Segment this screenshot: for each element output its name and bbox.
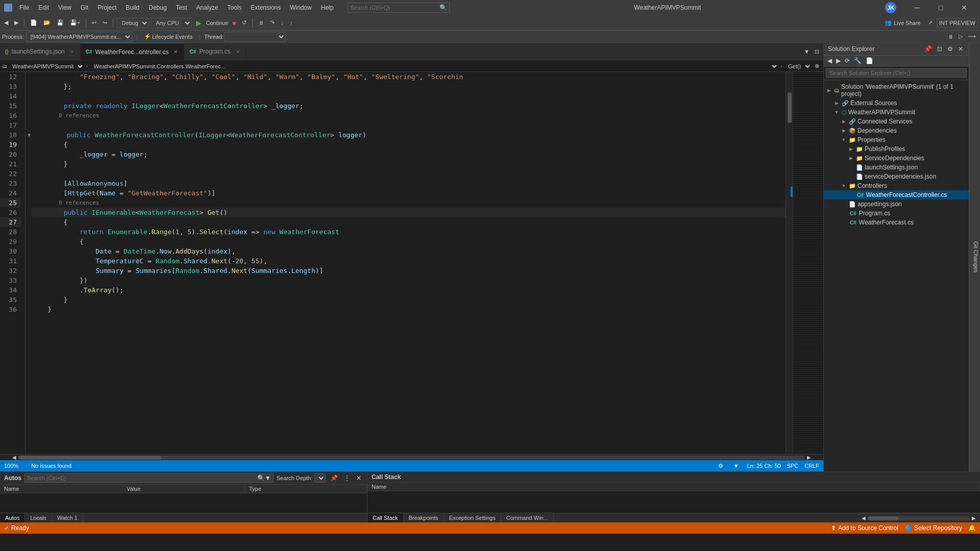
breakpoint-button[interactable]: ⏸ (256, 19, 266, 27)
se-sync-button[interactable]: ⟳ (843, 57, 851, 65)
close-button[interactable]: ✕ (952, 0, 976, 15)
debug-ctrl2-button[interactable]: ▷ (957, 32, 965, 41)
tree-servicedependencies[interactable]: ▶ 📁 ServiceDependencies (824, 154, 969, 163)
tree-project[interactable]: ▼ ⬡ WeatherAPIMVPSummit (824, 108, 969, 117)
user-avatar[interactable]: JK (885, 2, 896, 13)
tree-weatherforecastcontroller[interactable]: C# WeatherForecastController.cs (824, 190, 969, 199)
h-scroll-thumb[interactable] (18, 456, 161, 460)
debug-ctrl3-button[interactable]: ⟶ (966, 32, 978, 41)
se-pin-button[interactable]: 📌 (923, 45, 934, 53)
undo-button[interactable]: ↩ (90, 18, 99, 27)
stop-button[interactable]: ■ (230, 19, 238, 27)
autos-pin-button[interactable]: 📌 (329, 474, 339, 482)
save-button[interactable]: 💾 (55, 18, 66, 27)
redo-button[interactable]: ↪ (101, 18, 109, 27)
tab-list-button[interactable]: ▼ (802, 47, 812, 56)
tree-program-cs[interactable]: C# Program.cs (824, 209, 969, 218)
autos-close-button[interactable]: ✕ (355, 474, 363, 482)
autos-search-dropdown[interactable]: ▼ (265, 474, 271, 482)
cs-tab-breakpoints[interactable]: Breakpoints (404, 513, 444, 522)
tab-launchsettings[interactable]: {} launchSettings.json ✕ (0, 43, 81, 60)
menu-tools[interactable]: Tools (223, 3, 246, 12)
restart-button[interactable]: ↺ (240, 18, 249, 27)
tab-weathercontroller[interactable]: C# WeatherForec...ontroller.cs ✕ (81, 43, 185, 60)
cs-tab-command-window[interactable]: Command Win... (501, 513, 554, 522)
autos-tab-autos[interactable]: Autos (0, 513, 25, 522)
tree-controllers[interactable]: ▼ 📁 Controllers (824, 181, 969, 190)
maximize-button[interactable]: □ (929, 0, 952, 15)
h-scroll-track[interactable] (18, 456, 805, 460)
tree-publishprofiles[interactable]: ▶ 📁 PublishProfiles (824, 144, 969, 154)
autos-search-input[interactable] (27, 475, 257, 481)
zoom-level[interactable]: 100% (4, 463, 18, 469)
scroll-left-button[interactable]: ◀ (10, 455, 18, 460)
send-feedback-button[interactable]: ↗ (926, 18, 935, 27)
cpu-config-dropdown[interactable]: Any CPU (151, 18, 192, 28)
cs-scroll-left[interactable]: ◀ (860, 514, 868, 522)
solution-search-input[interactable] (826, 68, 967, 78)
se-back-button[interactable]: ◀ (826, 57, 834, 65)
step-over-button[interactable]: ↷ (268, 18, 277, 27)
nav-expand-button[interactable]: ⊕ (813, 62, 821, 70)
tree-servicedependencies-json[interactable]: 📄 serviceDependencies.json (824, 172, 969, 181)
menu-test[interactable]: Test (172, 3, 191, 12)
menu-debug[interactable]: Debug (144, 3, 170, 12)
configure-button[interactable]: ⚙ (716, 462, 725, 470)
horizontal-scrollbar[interactable]: ◀ ▶ (0, 454, 823, 460)
global-search-input[interactable] (350, 5, 439, 11)
menu-edit[interactable]: Edit (34, 3, 53, 12)
tab-launchsettings-close[interactable]: ✕ (70, 49, 74, 55)
menu-extensions[interactable]: Extensions (247, 3, 285, 12)
cs-scroll-track[interactable] (868, 516, 970, 520)
tree-solution[interactable]: ▶ 🗂 Solution 'WeatherAPIMVPSummit' (1 of… (824, 82, 969, 98)
search-depth-select[interactable] (314, 473, 326, 483)
add-to-source-control[interactable]: ⬆ Add to Source Control (831, 524, 898, 532)
thread-dropdown[interactable] (225, 32, 286, 42)
autos-tab-locals[interactable]: Locals (25, 513, 52, 522)
cs-tab-exception-settings[interactable]: Exception Settings (444, 513, 501, 522)
global-search[interactable]: 🔍 (348, 3, 450, 13)
cs-scroll-thumb[interactable] (868, 516, 898, 520)
tab-program[interactable]: C# Program.cs ✕ (184, 43, 246, 60)
minimize-button[interactable]: ─ (905, 0, 929, 15)
new-file-button[interactable]: 📄 (28, 18, 39, 27)
select-repository[interactable]: 🔷 Select Repository (904, 524, 962, 532)
tree-dependencies[interactable]: ▶ 📦 Dependencies (824, 126, 969, 135)
tree-connected-services[interactable]: ▶ 🔗 Connected Services (824, 117, 969, 126)
se-close-button[interactable]: ✕ (957, 45, 965, 53)
status-ready[interactable]: ✓ Ready (4, 524, 29, 532)
nav-method-dropdown[interactable]: Get() (784, 63, 812, 70)
fold-icon-18[interactable]: ▼ (28, 130, 31, 140)
se-forward-button[interactable]: ▶ (835, 57, 842, 65)
process-dropdown[interactable]: [9404] WeatherAPIMVPSummit.ex... (26, 32, 132, 42)
tree-appsettings[interactable]: 📄 appsettings.json (824, 199, 969, 209)
vstrip-git-changes[interactable]: Git Changes (972, 237, 980, 277)
menu-window[interactable]: Window (286, 3, 316, 12)
cs-scroll-right[interactable]: ▶ (970, 514, 978, 522)
se-showallfiles-button[interactable]: 📄 (864, 57, 875, 65)
autos-search[interactable]: 🔍 ▼ (24, 473, 274, 483)
forward-button[interactable]: ▶ (12, 18, 20, 27)
nav-project-dropdown[interactable]: WeatherAPIMVPSummit (8, 63, 84, 70)
debug-config-dropdown[interactable]: Debug (117, 18, 149, 28)
open-button[interactable]: 📂 (41, 18, 53, 27)
menu-help[interactable]: Help (317, 3, 338, 12)
step-out-button[interactable]: ↑ (288, 19, 295, 27)
menu-file[interactable]: File (15, 3, 33, 12)
vertical-scrollbar[interactable] (786, 72, 793, 454)
autos-more-button[interactable]: ⋮ (342, 474, 352, 482)
scroll-right-button[interactable]: ▶ (805, 455, 813, 460)
save-all-button[interactable]: 💾+ (68, 18, 82, 27)
se-expand-button[interactable]: ⊡ (936, 45, 944, 53)
tree-external-sources[interactable]: ▶ 🔗 External Sources (824, 98, 969, 108)
menu-git[interactable]: Git (77, 3, 92, 12)
step-into-button[interactable]: ↓ (279, 19, 286, 27)
menu-analyze[interactable]: Analyze (192, 3, 223, 12)
nav-class-dropdown[interactable]: WeatherAPIMVPSummit.Controllers.WeatherF… (90, 63, 779, 70)
tree-launchsettings[interactable]: 📄 launchSettings.json (824, 163, 969, 172)
se-settings-button[interactable]: ⚙ (946, 45, 954, 53)
int-preview-button[interactable]: INT PREVIEW (937, 18, 978, 28)
se-properties-button[interactable]: 🔧 (852, 57, 863, 65)
back-button[interactable]: ◀ (2, 18, 10, 27)
autos-tab-watch1[interactable]: Watch 1 (52, 513, 83, 522)
